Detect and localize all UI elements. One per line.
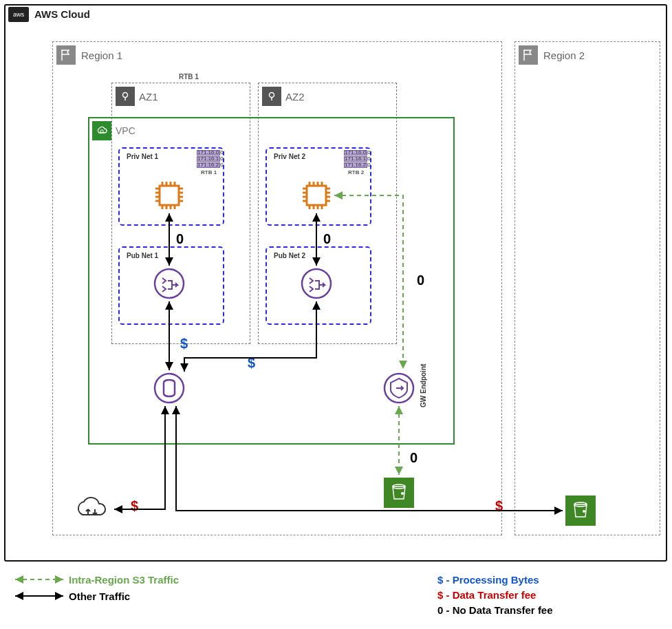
legend-no-fee: 0 - No Data Transfer fee — [437, 604, 553, 616]
svg-point-41 — [401, 492, 404, 495]
pubnet1-title: Pub Net 1 — [127, 252, 158, 259]
cidr-line: 171.16.2.0 — [344, 162, 367, 168]
vpc-cloud-icon — [92, 121, 111, 140]
cidr-line: 171.16.0.0 — [197, 150, 220, 156]
privnet2-title: Priv Net 2 — [274, 153, 305, 160]
nat-gateway-icon — [153, 267, 186, 300]
privnet1-title: Priv Net 1 — [127, 153, 158, 160]
ec2-instance-icon — [300, 179, 333, 212]
dollar-label: $ — [248, 355, 255, 371]
zero-label: 0 — [417, 273, 424, 288]
privnet2-rtb: RTB 2 — [348, 169, 364, 175]
s3-bucket-icon — [384, 478, 414, 508]
ec2-instance-icon — [153, 179, 186, 212]
region2-flag-icon — [519, 45, 538, 65]
privnet2-cidr-icon: 171.16.0.0 171.16.1.0 171.16.2.0 — [344, 150, 367, 167]
svg-point-38 — [302, 269, 331, 298]
vpc-title: VPC — [116, 125, 136, 136]
cidr-line: 171.16.1.0 — [197, 156, 220, 162]
dollar-label: $ — [495, 498, 503, 514]
privnet1-cidr-icon: 171.16.0.0 171.16.1.0 171.16.2.0 — [197, 150, 220, 167]
svg-point-1 — [270, 93, 274, 98]
diagram-canvas: aws AWS Cloud Region 1 Region 2 RTB 1 AZ… — [0, 0, 672, 629]
gateway-endpoint-icon — [382, 372, 415, 405]
privnet1-rtb: RTB 1 — [201, 169, 217, 175]
zero-label: 0 — [323, 231, 331, 247]
cidr-line: 171.16.1.0 — [344, 156, 367, 162]
cidr-line: 171.16.0.0 — [344, 150, 367, 156]
az2-title: AZ2 — [285, 91, 305, 103]
internet-gateway-icon — [153, 372, 186, 405]
zero-label: 0 — [410, 450, 418, 466]
region2-box — [514, 41, 660, 535]
svg-point-0 — [123, 93, 128, 98]
legend-other: Other Traffic — [69, 590, 130, 602]
pubnet2-title: Pub Net 2 — [274, 252, 305, 259]
svg-point-39 — [155, 374, 184, 403]
dollar-label: $ — [131, 498, 138, 514]
svg-point-37 — [155, 269, 184, 298]
az1-pin-icon — [116, 87, 135, 106]
svg-point-42 — [583, 510, 585, 513]
az1-title: AZ1 — [139, 91, 158, 103]
nat-gateway-icon — [300, 267, 333, 300]
region1-flag-icon — [56, 45, 76, 65]
aws-logo-icon: aws — [8, 7, 29, 22]
s3-bucket-icon — [565, 495, 596, 526]
az2-pin-icon — [262, 87, 281, 106]
legend-transfer-fee: $ - Data Transfer fee — [437, 589, 536, 601]
region2-title: Region 2 — [543, 50, 585, 61]
cidr-line: 171.16.2.0 — [197, 162, 220, 168]
aws-cloud-title: AWS Cloud — [34, 8, 90, 20]
dollar-label: $ — [180, 336, 188, 352]
region1-title: Region 1 — [81, 50, 122, 61]
legend-processing: $ - Processing Bytes — [437, 574, 539, 586]
svg-rect-20 — [307, 186, 326, 205]
gw-endpoint-label: GW Endpoint — [420, 364, 427, 407]
zero-label: 0 — [176, 231, 184, 247]
svg-rect-3 — [160, 186, 179, 205]
rtb1-top-label: RTB 1 — [179, 73, 199, 81]
legend-intra: Intra-Region S3 Traffic — [69, 574, 179, 586]
internet-cloud-icon — [73, 493, 111, 523]
